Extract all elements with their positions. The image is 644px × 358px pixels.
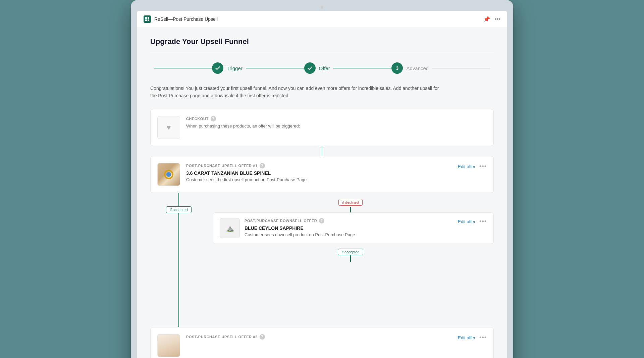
step-2-circle: [304, 62, 316, 74]
downsell-help-icon[interactable]: ?: [319, 218, 324, 223]
laptop-screen: ReSell—Post Purchase Upsell 📌 ••• Upgrad…: [137, 11, 507, 358]
offer1-more-icon[interactable]: •••: [479, 163, 487, 170]
laptop-frame: ReSell—Post Purchase Upsell 📌 ••• Upgrad…: [131, 0, 513, 358]
offer2-actions: Edit offer •••: [458, 334, 487, 341]
step-line-2: [246, 68, 304, 68]
checkout-desc: When purchasing these products, an offer…: [186, 123, 487, 129]
downsell-image-placeholder-icon: ⛰️: [226, 224, 234, 232]
step-3-label[interactable]: Advanced: [406, 65, 429, 71]
step-1-circle: [212, 62, 223, 74]
top-notch: [321, 6, 323, 9]
if-declined-row: if declined: [207, 193, 494, 207]
top-bar-right: 📌 •••: [483, 16, 500, 22]
offer1-card: POST-PURCHASE UPSELL OFFER #1 ? 3.6 CARA…: [150, 156, 494, 193]
description-text: Congratulations! You just created your f…: [150, 85, 445, 100]
if-accepted-2-row: if accepted: [207, 244, 494, 255]
if-accepted-badge-2: if accepted: [338, 249, 363, 255]
left-vline-bottom: [178, 213, 179, 327]
offer1-title: 3.6 CARAT TANZANIAN BLUE SPINEL: [186, 170, 452, 176]
checkout-image-box: ♥: [157, 116, 180, 139]
if-declined-badge: if declined: [338, 199, 363, 206]
offer1-image-box: [157, 163, 180, 186]
step-3-circle: 3: [391, 62, 403, 74]
checkout-card: ♥ CHECKOUT ? When purchasing these produ…: [150, 109, 494, 146]
offer2-label: POST-PURCHASE UPSELL OFFER #2 ?: [186, 334, 452, 340]
checkout-label: CHECKOUT ?: [186, 116, 487, 121]
checkout-content: CHECKOUT ? When purchasing these product…: [186, 116, 487, 129]
offer1-help-icon[interactable]: ?: [260, 163, 265, 168]
accepted-connector-2: [207, 255, 494, 262]
app-logo-icon: [144, 15, 151, 23]
funnel-flow: ♥ CHECKOUT ? When purchasing these produ…: [150, 109, 494, 358]
checkout-help-icon[interactable]: ?: [211, 116, 216, 121]
if-accepted-badge-1: if accepted: [166, 206, 191, 213]
right-branch: if declined ⛰️: [207, 193, 494, 327]
app-title: ReSell—Post Purchase Upsell: [154, 16, 218, 22]
downsell-actions: Edit offer •••: [458, 218, 487, 225]
downsell-card: ⛰️ POST-PURCHASE DOWNSELL OFFER ? BLUE C…: [213, 212, 494, 244]
downsell-edit-link[interactable]: Edit offer: [458, 219, 475, 224]
offer1-actions: Edit offer •••: [458, 163, 487, 170]
offer1-content: POST-PURCHASE UPSELL OFFER #1 ? 3.6 CARA…: [186, 163, 452, 182]
page-title: Upgrade Your Upsell Funnel: [150, 37, 494, 46]
main-content: Upgrade Your Upsell Funnel Trigger Offer…: [137, 28, 507, 358]
offer2-content: POST-PURCHASE UPSELL OFFER #2 ?: [186, 334, 452, 342]
downsell-more-icon[interactable]: •••: [479, 218, 487, 225]
offer2-image-box: [157, 334, 180, 357]
step-2-label[interactable]: Offer: [319, 65, 330, 71]
offer2-edit-link[interactable]: Edit offer: [458, 335, 475, 340]
top-bar-left: ReSell—Post Purchase Upsell: [144, 15, 218, 23]
downsell-content: POST-PURCHASE DOWNSELL OFFER ? BLUE CEYL…: [245, 218, 453, 237]
downsell-image-box: ⛰️: [220, 218, 240, 238]
connector-line-1: [322, 146, 322, 156]
offer2-card: POST-PURCHASE UPSELL OFFER #2 ? Edit off…: [150, 327, 494, 358]
left-vline-top: [178, 193, 179, 206]
declined-connector: [207, 207, 494, 212]
pin-icon[interactable]: 📌: [483, 16, 490, 22]
branch-section: if accepted if declined: [150, 193, 494, 327]
left-branch: if accepted: [150, 193, 207, 327]
offer2-help-icon[interactable]: ?: [260, 334, 265, 340]
divider: [150, 53, 494, 53]
offer1-desc: Customer sees the first upsell product o…: [186, 177, 452, 182]
offer1-edit-link[interactable]: Edit offer: [458, 164, 475, 169]
step-line-4: [432, 68, 490, 68]
downsell-title: BLUE CEYLON SAPPHIRE: [245, 225, 453, 231]
more-options-icon[interactable]: •••: [495, 16, 500, 22]
step-1-label[interactable]: Trigger: [227, 65, 243, 71]
offer2-more-icon[interactable]: •••: [479, 334, 487, 341]
stepper: Trigger Offer 3 Advanced: [150, 62, 494, 74]
step-line-1: [154, 68, 212, 68]
heart-icon: ♥: [166, 123, 171, 132]
offer1-label: POST-PURCHASE UPSELL OFFER #1 ?: [186, 163, 452, 168]
downsell-desc: Customer sees downsell product on Post-P…: [245, 232, 453, 237]
top-bar: ReSell—Post Purchase Upsell 📌 •••: [137, 11, 507, 28]
step-line-3: [333, 68, 392, 68]
downsell-label: POST-PURCHASE DOWNSELL OFFER ?: [245, 218, 453, 223]
